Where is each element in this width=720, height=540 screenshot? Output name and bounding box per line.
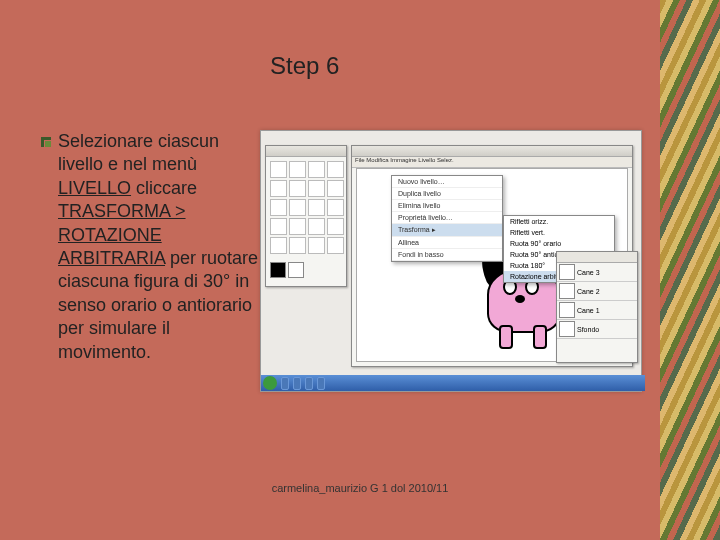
layer-row: Cane 3 (557, 263, 637, 282)
tool-icon (327, 237, 344, 254)
submenu-item: Ruota 90° orario (504, 238, 614, 249)
toolbox-window (265, 145, 347, 287)
tool-icon (308, 161, 325, 178)
tool-icon (289, 218, 306, 235)
tool-icon (270, 199, 287, 216)
menu-item: Proprietà livello… (392, 212, 502, 224)
taskbar-button (281, 377, 289, 390)
windows-taskbar (261, 375, 645, 391)
layer-label: Cane 2 (577, 288, 600, 295)
menu-item-trasforma: Trasforma ▸ (392, 224, 502, 237)
start-button-icon (263, 376, 277, 390)
dog-leg (533, 325, 547, 349)
body-underline-1: LIVELLO (58, 178, 131, 198)
body-part-1: Selezionare ciascun livello e nel menù (58, 131, 219, 174)
color-swatches (266, 258, 346, 282)
menu-item: Duplica livello (392, 188, 502, 200)
slide-footer: carmelina_maurizio G 1 dol 2010/11 (0, 482, 720, 494)
layer-thumb (559, 302, 575, 318)
dog-nose (515, 295, 525, 303)
tool-icon (289, 237, 306, 254)
tool-icon (289, 161, 306, 178)
dog-leg (499, 325, 513, 349)
layer-label: Cane 1 (577, 307, 600, 314)
submenu-item: Rifletti orizz. (504, 216, 614, 227)
bullet-icon (40, 136, 52, 148)
body-part-2: cliccare (131, 178, 197, 198)
slide-title: Step 6 (270, 52, 339, 80)
layer-label: Sfondo (577, 326, 599, 333)
bg-color-swatch (288, 262, 304, 278)
tool-icon (270, 161, 287, 178)
menu-item: Elimina livello (392, 200, 502, 212)
layer-label: Cane 3 (577, 269, 600, 276)
layers-titlebar (557, 252, 637, 263)
layer-row: Cane 1 (557, 301, 637, 320)
decorative-side-pattern (660, 0, 720, 540)
tool-icon (308, 180, 325, 197)
tool-icon (327, 180, 344, 197)
layers-window: Cane 3 Cane 2 Cane 1 Sfondo (556, 251, 638, 363)
menu-item: Nuovo livello… (392, 176, 502, 188)
tool-icon (327, 161, 344, 178)
tool-icon (308, 237, 325, 254)
submenu-item: Rifletti vert. (504, 227, 614, 238)
tool-icon (289, 180, 306, 197)
tool-icon (289, 199, 306, 216)
tool-icon (308, 199, 325, 216)
layer-thumb (559, 283, 575, 299)
taskbar-button (293, 377, 301, 390)
toolbox-titlebar (266, 146, 346, 157)
slide: Step 6 Selezionare ciascun livello e nel… (0, 0, 720, 540)
embedded-screenshot: File Modifica Immagine Livello Selez. Nu… (260, 130, 642, 392)
layer-row: Cane 2 (557, 282, 637, 301)
tool-icon (270, 180, 287, 197)
fg-color-swatch (270, 262, 286, 278)
toolbox-grid (266, 157, 346, 258)
canvas-menubar: File Modifica Immagine Livello Selez. (352, 157, 632, 168)
tool-icon (327, 218, 344, 235)
canvas-titlebar (352, 146, 632, 157)
taskbar-button (317, 377, 325, 390)
menu-item: Allinea (392, 237, 502, 249)
layer-thumb (559, 264, 575, 280)
livello-menu: Nuovo livello… Duplica livello Elimina l… (391, 175, 503, 262)
menu-item: Fondi in basso (392, 249, 502, 261)
taskbar-button (305, 377, 313, 390)
layer-row: Sfondo (557, 320, 637, 339)
tool-icon (327, 199, 344, 216)
layer-thumb (559, 321, 575, 337)
tool-icon (270, 237, 287, 254)
tool-icon (270, 218, 287, 235)
tool-icon (308, 218, 325, 235)
slide-body-text: Selezionare ciascun livello e nel menù L… (58, 130, 268, 364)
